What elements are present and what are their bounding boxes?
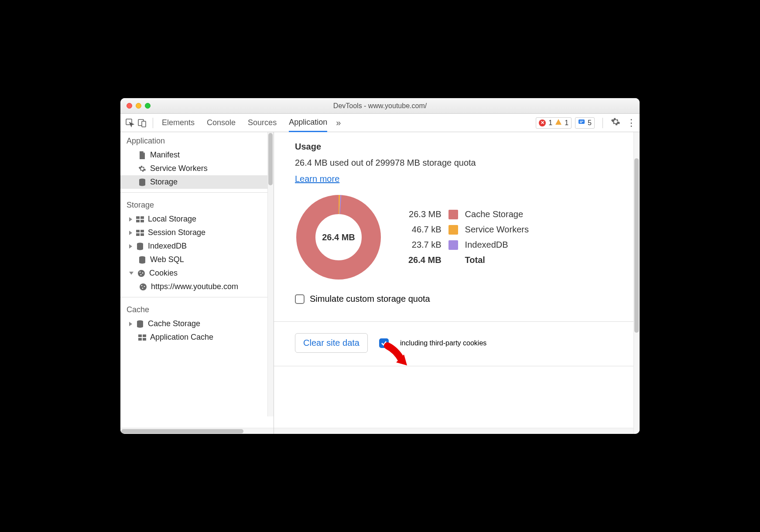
chevron-right-icon[interactable] bbox=[129, 231, 132, 235]
sidebar-item-label: Cache Storage bbox=[148, 319, 200, 328]
sidebar-item-manifest[interactable]: Manifest bbox=[120, 148, 274, 162]
tab-console[interactable]: Console bbox=[207, 114, 236, 132]
svg-rect-9 bbox=[136, 230, 140, 232]
section-divider bbox=[274, 321, 640, 322]
usage-text: 26.4 MB used out of 299978 MB storage qu… bbox=[295, 158, 622, 168]
db-icon bbox=[138, 256, 147, 264]
cookie-icon bbox=[137, 269, 146, 278]
svg-rect-2 bbox=[142, 121, 146, 127]
cookie-icon bbox=[139, 283, 147, 291]
sidebar-item-label: Web SQL bbox=[150, 255, 184, 264]
legend-value: 46.7 kB bbox=[408, 225, 442, 235]
simulate-quota-label: Simulate custom storage quota bbox=[310, 294, 430, 304]
tab-sources[interactable]: Sources bbox=[248, 114, 277, 132]
toolbar-divider bbox=[603, 118, 603, 128]
sidebar-section-storage: Storage bbox=[120, 196, 274, 212]
svg-rect-10 bbox=[140, 230, 144, 232]
sidebar-item-web-sql[interactable]: Web SQL bbox=[120, 253, 274, 266]
svg-rect-5 bbox=[136, 216, 140, 219]
file-icon bbox=[138, 151, 147, 160]
chevron-right-icon[interactable] bbox=[129, 322, 132, 326]
legend-label: Service Workers bbox=[465, 225, 529, 235]
sidebar-item-label: Application Cache bbox=[150, 333, 213, 342]
more-tabs-icon[interactable]: » bbox=[336, 118, 341, 128]
more-options-icon[interactable]: ⋮ bbox=[626, 117, 636, 129]
legend-swatch bbox=[448, 240, 458, 250]
sidebar-item-application-cache[interactable]: Application Cache bbox=[120, 331, 274, 344]
third-party-cookies-checkbox[interactable] bbox=[379, 338, 389, 348]
application-sidebar: Application Manifest Service Workers bbox=[120, 132, 274, 434]
svg-point-15 bbox=[138, 270, 145, 277]
chevron-down-icon[interactable] bbox=[129, 272, 134, 275]
sidebar-item-service-workers[interactable]: Service Workers bbox=[120, 162, 274, 175]
learn-more-link[interactable]: Learn more bbox=[295, 174, 339, 184]
svg-rect-7 bbox=[136, 220, 140, 222]
chevron-right-icon[interactable] bbox=[129, 244, 132, 249]
svg-rect-8 bbox=[140, 220, 144, 222]
sidebar-h-scrollbar[interactable] bbox=[120, 428, 274, 434]
panel-tabs: Elements Console Sources Application bbox=[162, 114, 327, 132]
sidebar-h-scroll-thumb[interactable] bbox=[121, 429, 243, 433]
svg-point-21 bbox=[144, 286, 145, 287]
sidebar-item-storage[interactable]: Storage bbox=[120, 175, 274, 189]
sidebar-item-session-storage[interactable]: Session Storage bbox=[120, 226, 274, 239]
sidebar-item-indexeddb[interactable]: IndexedDB bbox=[120, 239, 274, 253]
sidebar-section-application: Application bbox=[120, 132, 274, 148]
section-divider bbox=[274, 366, 640, 366]
sidebar-item-label: Manifest bbox=[150, 150, 180, 160]
settings-icon[interactable] bbox=[611, 117, 620, 129]
sidebar-scroll-thumb[interactable] bbox=[268, 133, 273, 185]
svg-rect-26 bbox=[138, 338, 142, 341]
titlebar: DevTools - www.youtube.com/ bbox=[120, 98, 640, 114]
warning-icon bbox=[555, 119, 562, 127]
sidebar-item-cache-storage[interactable]: Cache Storage bbox=[120, 317, 274, 331]
legend-swatch bbox=[448, 210, 458, 219]
tab-application[interactable]: Application bbox=[289, 114, 327, 132]
legend-total-value: 26.4 MB bbox=[408, 255, 442, 265]
svg-point-17 bbox=[142, 272, 144, 273]
main-scrollbar[interactable] bbox=[633, 132, 640, 434]
usage-heading: Usage bbox=[295, 142, 622, 152]
sidebar-item-label: Cookies bbox=[149, 269, 178, 278]
svg-rect-12 bbox=[140, 233, 144, 236]
main-scroll-thumb[interactable] bbox=[634, 158, 639, 333]
svg-point-18 bbox=[140, 274, 142, 275]
window-title: DevTools - www.youtube.com/ bbox=[120, 102, 640, 110]
tab-elements[interactable]: Elements bbox=[162, 114, 195, 132]
sidebar-item-cookie-origin[interactable]: https://www.youtube.com bbox=[120, 280, 274, 293]
message-icon bbox=[578, 119, 585, 127]
console-status-badge[interactable]: ✕ 1 1 bbox=[536, 117, 572, 129]
devtools-window: DevTools - www.youtube.com/ Elements Con… bbox=[120, 98, 640, 434]
clear-site-data-button[interactable]: Clear site data bbox=[295, 333, 368, 353]
device-toggle-icon[interactable] bbox=[136, 117, 148, 129]
warning-count: 1 bbox=[565, 119, 568, 127]
svg-point-20 bbox=[141, 285, 143, 286]
sidebar-item-label: https://www.youtube.com bbox=[151, 282, 238, 291]
sidebar-item-local-storage[interactable]: Local Storage bbox=[120, 212, 274, 226]
sidebar-item-cookies[interactable]: Cookies bbox=[120, 266, 274, 280]
svg-point-19 bbox=[140, 283, 147, 290]
third-party-cookies-label: including third-party cookies bbox=[400, 339, 486, 347]
svg-point-16 bbox=[140, 271, 141, 273]
messages-badge[interactable]: 5 bbox=[575, 117, 595, 129]
gear-icon bbox=[138, 164, 147, 173]
sidebar-item-label: Service Workers bbox=[150, 164, 208, 173]
svg-rect-25 bbox=[143, 334, 146, 337]
sidebar-section-cache: Cache bbox=[120, 301, 274, 317]
svg-rect-11 bbox=[136, 233, 140, 236]
sidebar-scrollbar[interactable] bbox=[267, 132, 274, 416]
db-icon bbox=[136, 320, 144, 328]
inspect-element-icon[interactable] bbox=[124, 117, 136, 129]
db-icon bbox=[138, 178, 147, 187]
legend-total-label: Total bbox=[465, 255, 529, 265]
legend-swatch bbox=[448, 225, 458, 235]
db-icon bbox=[136, 242, 144, 251]
sidebar-item-label: IndexedDB bbox=[148, 242, 187, 251]
storage-panel: Usage 26.4 MB used out of 299978 MB stor… bbox=[274, 132, 640, 434]
simulate-quota-checkbox[interactable] bbox=[295, 294, 305, 304]
donut-center-value: 26.4 MB bbox=[295, 194, 382, 281]
main-h-scrollbar[interactable] bbox=[274, 428, 633, 434]
chevron-right-icon[interactable] bbox=[129, 217, 132, 222]
message-count: 5 bbox=[588, 119, 592, 127]
grid-icon bbox=[136, 215, 144, 224]
